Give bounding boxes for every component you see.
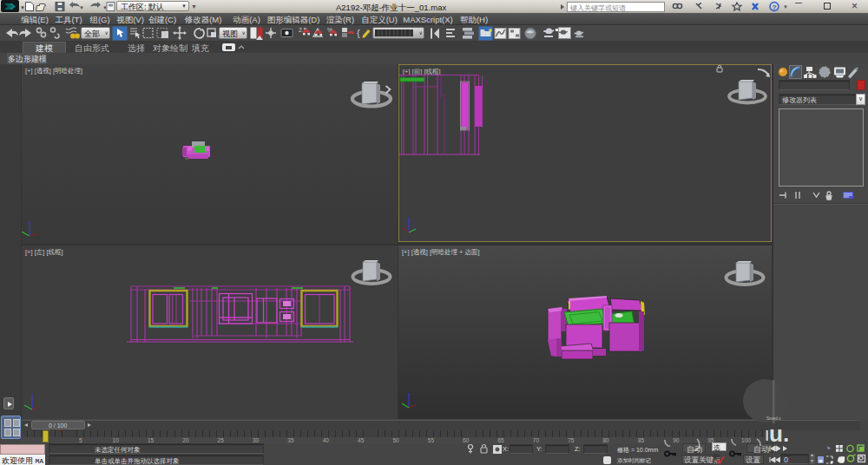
svg-text:▼: ▼	[783, 4, 788, 10]
svg-text:?: ?	[773, 3, 777, 11]
svg-text:{: {	[357, 28, 360, 38]
svg-text:▼: ▼	[79, 5, 84, 10]
